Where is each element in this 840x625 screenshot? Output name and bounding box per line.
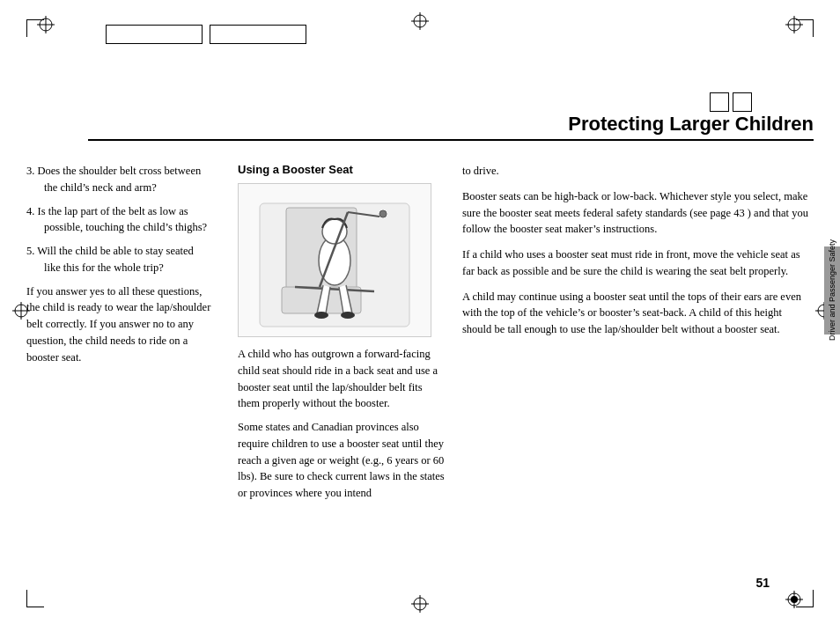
main-content: 3. Does the shoulder belt cross between … [26, 136, 814, 572]
reg-mark-br [785, 591, 803, 612]
side-tab: Driver and Passenger Safety [824, 246, 840, 335]
tab-box-2 [210, 25, 306, 44]
middle-para-2: Some states and Canadian provinces also … [238, 419, 445, 502]
svg-point-22 [314, 312, 328, 319]
item-5: 5. Will the child be able to stay seated… [26, 243, 216, 276]
page-title: Protecting Larger Children [88, 113, 814, 136]
booster-illustration-svg [242, 186, 427, 335]
item-3-text: Does the shoulder belt cross between the… [38, 165, 202, 194]
corner-mark-bl [26, 590, 44, 607]
left-column: 3. Does the shoulder belt cross between … [26, 136, 229, 572]
item-4-text: Is the lap part of the belt as low as po… [38, 205, 208, 234]
svg-point-24 [379, 210, 387, 217]
booster-seat-illustration [238, 183, 431, 337]
reg-mark-tl [37, 16, 55, 37]
page: Protecting Larger Children 3. Does the s… [0, 0, 840, 625]
reg-mark-bottom-center [411, 595, 429, 616]
item-3: 3. Does the shoulder belt cross between … [26, 163, 216, 196]
booster-seat-title: Using a Booster Seat [238, 163, 445, 176]
item-3-number: 3. [26, 165, 38, 177]
reg-mark-top-center [411, 12, 429, 33]
tab-box-sm-2 [733, 92, 752, 112]
svg-point-32 [791, 596, 798, 603]
right-para-3: If a child who uses a booster seat must … [462, 246, 814, 280]
right-para-1: to drive. [462, 163, 814, 180]
item-5-text: Will the child be able to stay seated li… [37, 245, 194, 274]
tab-boxes-right [710, 92, 752, 112]
item-4: 4. Is the lap part of the belt as low as… [26, 203, 216, 237]
tab-box-1 [106, 25, 203, 44]
middle-column: Using a Booster Seat [229, 136, 453, 572]
right-para-4: A child may continue using a booster sea… [462, 289, 814, 338]
item-4-number: 4. [26, 205, 38, 217]
side-tab-text: Driver and Passenger Safety [828, 239, 836, 341]
summary-text: If you answer yes to all these questions… [26, 283, 216, 366]
tab-box-sm-1 [710, 92, 729, 112]
right-column: to drive. Booster seats can be high-back… [453, 136, 814, 572]
reg-mark-tr [785, 16, 803, 37]
tab-boxes-top [106, 25, 306, 44]
right-para-2: Booster seats can be high-back or low-ba… [462, 188, 814, 238]
middle-para-1: A child who has outgrown a forward-facin… [238, 346, 445, 412]
item-5-number: 5. [26, 245, 37, 257]
svg-point-23 [341, 312, 355, 319]
page-number: 51 [755, 576, 770, 590]
